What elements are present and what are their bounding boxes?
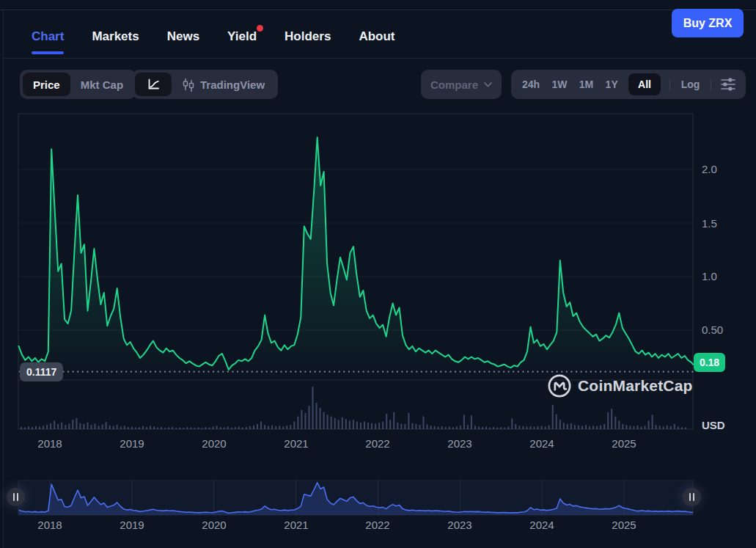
navigator-x-label: 2020 bbox=[202, 519, 226, 531]
tab-markets-label: Markets bbox=[92, 29, 139, 44]
drag-grip-icon bbox=[12, 493, 19, 501]
x-axis-label: 2020 bbox=[202, 437, 226, 450]
navigator-x-label: 2019 bbox=[120, 519, 144, 531]
tab-about-label: About bbox=[359, 29, 394, 44]
y-axis-label: 1.0 bbox=[702, 270, 717, 282]
separator bbox=[669, 78, 670, 91]
notification-dot bbox=[257, 25, 263, 32]
coin-detail-page: Chart Markets News Yield Holders About B… bbox=[0, 0, 756, 548]
mktcap-toggle-button[interactable]: Mkt Cap bbox=[70, 73, 133, 96]
navigator-x-label: 2018 bbox=[37, 519, 62, 531]
active-tab-underline bbox=[32, 51, 64, 54]
chart-settings-button[interactable] bbox=[720, 77, 736, 92]
chart-engine-toggle: TradingView bbox=[132, 70, 278, 99]
coinmarketcap-watermark: CoinMarketCap bbox=[547, 373, 693, 398]
buy-zrx-button[interactable]: Buy ZRX bbox=[672, 9, 744, 37]
tab-chart[interactable]: Chart bbox=[32, 15, 64, 58]
tab-holders-label: Holders bbox=[285, 29, 331, 44]
watermark-text: CoinMarketCap bbox=[578, 377, 693, 395]
y-axis-label: 2.0 bbox=[702, 163, 717, 175]
tab-holders[interactable]: Holders bbox=[285, 15, 331, 58]
separator bbox=[711, 78, 711, 91]
range-all-button[interactable]: All bbox=[628, 73, 661, 95]
mktcap-toggle-label: Mkt Cap bbox=[81, 78, 123, 91]
navigator-x-label: 2021 bbox=[284, 519, 308, 531]
navigator-x-label: 2025 bbox=[612, 519, 636, 531]
line-chart-icon bbox=[146, 77, 161, 92]
navigator-track[interactable] bbox=[18, 481, 693, 515]
x-axis-label: 2021 bbox=[284, 437, 308, 450]
navigator-x-label: 2023 bbox=[447, 519, 471, 531]
range-1m-button[interactable]: 1M bbox=[578, 78, 595, 90]
baseline-price-badge: 0.1117 bbox=[20, 362, 63, 381]
current-price-badge: 0.18 bbox=[694, 353, 725, 372]
tab-news-label: News bbox=[167, 29, 199, 44]
tab-yield-label: Yield bbox=[227, 29, 257, 44]
candlestick-icon bbox=[182, 77, 195, 92]
coin-tabs-header: Chart Markets News Yield Holders About bbox=[4, 10, 756, 59]
sliders-icon bbox=[720, 77, 736, 92]
log-scale-button[interactable]: Log bbox=[680, 78, 702, 90]
price-toggle-label: Price bbox=[33, 78, 60, 91]
navigator-right-handle[interactable] bbox=[683, 488, 701, 506]
y-axis-label: 0.50 bbox=[702, 324, 723, 336]
coinmarketcap-logo-icon bbox=[547, 373, 572, 398]
tradingview-label: TradingView bbox=[200, 78, 265, 91]
navigator-x-label: 2024 bbox=[529, 519, 554, 531]
navigator-left-handle[interactable] bbox=[7, 488, 25, 506]
range-selector: 24h 1W 1M 1Y All Log bbox=[511, 70, 746, 99]
range-1y-button[interactable]: 1Y bbox=[604, 78, 620, 90]
chart-toolbar: Price Mkt Cap TradingView bbox=[0, 70, 756, 99]
price-toggle-button[interactable]: Price bbox=[23, 73, 70, 96]
y-axis-label: 1.5 bbox=[702, 217, 717, 230]
tab-yield[interactable]: Yield bbox=[227, 15, 257, 58]
compare-label: Compare bbox=[430, 78, 478, 91]
range-24h-button[interactable]: 24h bbox=[521, 78, 541, 90]
tab-about[interactable]: About bbox=[359, 15, 394, 58]
x-axis-label: 2018 bbox=[37, 437, 62, 450]
drag-grip-icon bbox=[689, 493, 695, 501]
x-axis-label: 2025 bbox=[612, 437, 636, 450]
x-axis-label: 2024 bbox=[529, 437, 554, 450]
simple-chart-button[interactable] bbox=[135, 73, 172, 96]
tab-news[interactable]: News bbox=[167, 15, 199, 58]
navigator-x-label: 2022 bbox=[365, 519, 389, 531]
currency-unit-label: USD bbox=[702, 419, 725, 431]
compare-dropdown[interactable]: Compare bbox=[421, 70, 502, 99]
x-axis-label: 2019 bbox=[120, 437, 144, 450]
tradingview-button[interactable]: TradingView bbox=[172, 73, 275, 96]
chevron-down-icon bbox=[484, 82, 492, 87]
metric-toggle: Price Mkt Cap bbox=[20, 70, 136, 99]
tab-bar: Chart Markets News Yield Holders About bbox=[32, 10, 394, 58]
x-axis-label: 2023 bbox=[447, 437, 471, 450]
x-axis-label: 2022 bbox=[365, 437, 389, 450]
range-1w-button[interactable]: 1W bbox=[550, 78, 568, 90]
tab-chart-label: Chart bbox=[32, 29, 64, 44]
tab-markets[interactable]: Markets bbox=[92, 15, 139, 58]
